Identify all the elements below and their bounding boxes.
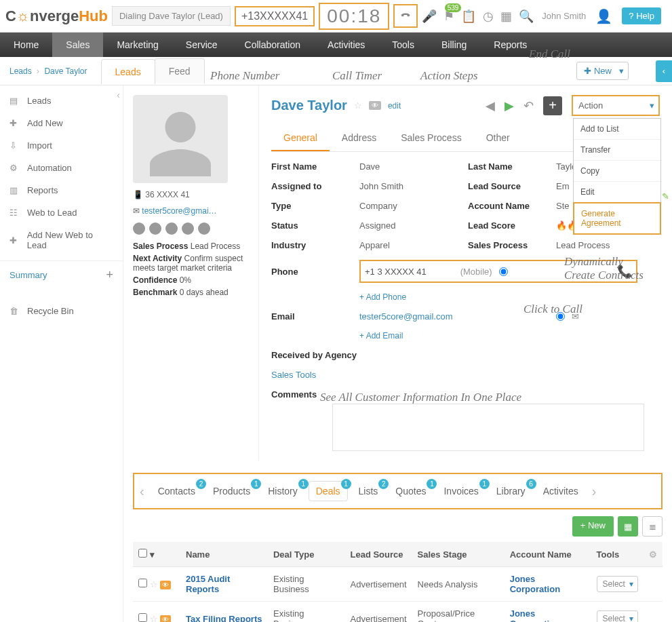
reltab-quotes[interactable]: Quotes1 — [389, 482, 433, 501]
reltab-deals[interactable]: Deals1 — [309, 481, 348, 501]
row-checkbox[interactable] — [138, 579, 147, 587]
gear-icon[interactable]: ⚙ — [649, 549, 657, 560]
new-dropdown[interactable]: ✚New▾ — [576, 62, 629, 80]
subtab-feed[interactable]: Feed — [155, 58, 205, 83]
help-button[interactable]: ? Help — [622, 7, 661, 24]
tab-general[interactable]: General — [271, 125, 330, 151]
col-leadsource[interactable]: Lead Source — [345, 542, 412, 567]
sidebar-collapse-icon[interactable]: ‹ — [117, 90, 120, 100]
col-account[interactable]: Account Name — [505, 542, 591, 567]
clipboard-icon[interactable]: 📋 — [461, 9, 476, 24]
gplus-icon[interactable] — [149, 222, 161, 235]
edit-link[interactable]: edit — [388, 101, 401, 111]
list-view-icon[interactable]: ≣ — [642, 516, 663, 537]
clock-icon[interactable]: ◷ — [483, 9, 494, 24]
action-generate-agreement[interactable]: Generate Agreement — [573, 202, 661, 235]
sidebar-item-reports[interactable]: ▥Reports — [0, 179, 123, 201]
col-stage[interactable]: Sales Stage — [412, 542, 505, 567]
crumb-leaf[interactable]: Dave Taylor — [44, 66, 87, 76]
import-icon: ⇩ — [9, 140, 20, 151]
col-dealtype[interactable]: Deal Type — [268, 542, 345, 567]
play-icon[interactable]: ▶ — [505, 98, 514, 113]
sidebar-summary[interactable]: Summary+ — [0, 260, 123, 289]
col-name[interactable]: Name — [180, 542, 268, 567]
lead-detail: Dave Taylor ☆ 👁 edit ◀ ▶ ↶ + Action▾ Add… — [259, 85, 672, 461]
user-avatar-icon[interactable]: 👤 — [595, 8, 612, 24]
reltab-invoices[interactable]: Invoices1 — [437, 482, 485, 501]
nav-marketing[interactable]: Marketing — [103, 33, 172, 57]
reltab-prev-icon[interactable]: ‹ — [137, 484, 147, 499]
sidebar-item-automation[interactable]: ⚙Automation — [0, 157, 123, 179]
star-icon[interactable]: ☆ — [354, 100, 362, 111]
search-icon[interactable]: 🔍 — [519, 9, 534, 24]
account-link[interactable]: Jones Corporation — [510, 608, 560, 622]
mic-icon[interactable]: 🎤 — [422, 9, 437, 24]
new-deal-button[interactable]: + New — [572, 516, 614, 537]
reltab-library[interactable]: Library6 — [490, 482, 532, 501]
action-add-to-list[interactable]: Add to List — [574, 119, 660, 140]
phone-primary-radio[interactable] — [499, 267, 508, 276]
deal-name-link[interactable]: 2015 Audit Reports — [186, 574, 230, 594]
sidebar-item-add-web-to-lead[interactable]: ✚Add New Web to Lead — [0, 224, 123, 256]
action-edit[interactable]: Edit — [574, 182, 660, 203]
row-checkbox[interactable] — [138, 613, 147, 622]
row-tools-dropdown[interactable]: Select▾ — [597, 576, 638, 592]
add-phone-link[interactable]: + Add Phone — [359, 292, 637, 302]
reltab-lists[interactable]: Lists2 — [352, 482, 385, 501]
deals-table: ▾ Name Deal Type Lead Source Sales Stage… — [133, 542, 663, 622]
sidebar-item-web-to-lead[interactable]: ☷Web to Lead — [0, 201, 123, 224]
collapse-panel-button[interactable]: ‹ — [656, 60, 672, 82]
nav-activities[interactable]: Activities — [314, 33, 378, 57]
nav-home[interactable]: Home — [0, 33, 52, 57]
tab-other[interactable]: Other — [474, 125, 522, 151]
sidebar-item-leads[interactable]: ▤Leads — [0, 90, 123, 112]
reltab-activities[interactable]: Activites — [536, 482, 585, 501]
reltab-contacts[interactable]: Contacts2 — [151, 482, 202, 501]
add-button[interactable]: + — [543, 96, 562, 115]
nav-service[interactable]: Service — [172, 33, 231, 57]
sidebar-recycle-bin[interactable]: 🗑Recycle Bin — [0, 300, 123, 322]
comments-textarea[interactable] — [332, 404, 644, 451]
crumb-root[interactable]: Leads — [9, 66, 32, 76]
tab-address[interactable]: Address — [330, 125, 389, 151]
subtab-leads[interactable]: Leads — [101, 59, 155, 84]
current-user[interactable]: John Smith — [542, 11, 586, 21]
cell-source: Advertisement — [345, 602, 412, 623]
grid-view-icon[interactable]: ▦ — [618, 516, 638, 537]
deal-name-link[interactable]: Tax Filing Reports — [186, 614, 262, 623]
edit-pencil-icon[interactable]: ✎ — [662, 191, 669, 201]
action-copy[interactable]: Copy — [574, 161, 660, 182]
reltab-products[interactable]: Products1 — [206, 482, 257, 501]
nav-tools[interactable]: Tools — [378, 33, 428, 57]
value-agency[interactable]: Sales Tools — [271, 370, 316, 380]
action-transfer[interactable]: Transfer — [574, 140, 660, 161]
social-icons — [133, 222, 249, 235]
end-call-button[interactable] — [393, 4, 418, 28]
calendar-icon[interactable]: ▦ — [500, 9, 512, 24]
prev-icon[interactable]: ◀ — [486, 98, 495, 113]
account-link[interactable]: Jones Corporation — [510, 574, 560, 594]
sidebar-item-import[interactable]: ⇩Import — [0, 134, 123, 157]
twitter-icon[interactable] — [182, 222, 194, 235]
row-tools-dropdown[interactable]: Select▾ — [597, 610, 638, 622]
rss-icon[interactable] — [198, 222, 210, 235]
reltab-history[interactable]: History1 — [261, 482, 304, 501]
value-email[interactable]: tester5core@gmail.com — [359, 311, 452, 322]
nav-billing[interactable]: Billing — [428, 33, 480, 57]
tab-sales-process[interactable]: Sales Process — [389, 125, 473, 151]
reltab-next-icon[interactable]: › — [589, 484, 599, 499]
lead-email-short[interactable]: tester5core@gmai… — [142, 206, 216, 216]
flag-icon[interactable]: ⚑539 — [443, 9, 454, 24]
undo-icon[interactable]: ↶ — [523, 98, 534, 113]
facebook-icon[interactable] — [133, 222, 145, 235]
add-email-link[interactable]: + Add Email — [359, 331, 637, 341]
sidebar-item-add-new[interactable]: ✚Add New — [0, 112, 123, 134]
action-dropdown[interactable]: Action▾ Add to List Transfer Copy Edit G… — [572, 95, 660, 116]
action-menu: Add to List Transfer Copy Edit Generate … — [573, 118, 661, 235]
linkedin-icon[interactable] — [165, 222, 178, 235]
nav-sales[interactable]: Sales — [52, 33, 103, 57]
nav-collaboration[interactable]: Collaboration — [231, 33, 315, 57]
cell-stage: Needs Analysis — [412, 567, 505, 602]
select-all-checkbox[interactable] — [138, 549, 147, 558]
col-tools[interactable]: Tools — [591, 542, 644, 567]
